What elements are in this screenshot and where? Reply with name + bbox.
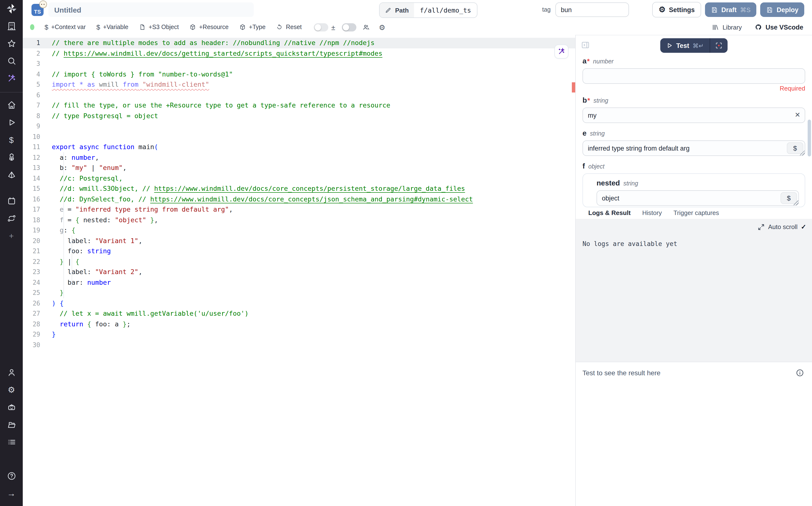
code-line[interactable]: 15 //d: wmill.S3Object, // https://www.w… [23,183,575,194]
add-type-button[interactable]: +Type [234,19,271,35]
code-line[interactable]: 7// fill the type, or use the +Resource … [23,100,575,111]
code-line[interactable]: 6 [23,90,575,100]
add-variable-button[interactable]: $ +Variable [91,19,133,35]
resize-grip[interactable] [800,151,805,155]
deploy-button-label: Deploy [777,6,798,13]
variables-dollar-icon[interactable]: $ [6,134,17,146]
search-icon[interactable] [6,55,17,67]
clear-icon[interactable]: ✕ [795,111,800,118]
reset-button[interactable]: Reset [271,19,307,35]
field-e-input[interactable] [582,141,805,156]
code-line[interactable]: 2// https://www.windmill.dev/docs/gettin… [23,48,575,59]
windmill-logo-icon[interactable] [6,3,17,14]
field-name: e [582,129,587,137]
draft-button-label: Draft [721,6,737,13]
schedules-calendar-icon[interactable] [6,195,17,207]
code-line[interactable]: 3 [23,59,575,69]
tab-history[interactable]: History [636,209,668,220]
field-a-input[interactable] [582,68,805,84]
panel-scrollbar-thumb[interactable] [808,119,811,156]
audit-list-icon[interactable] [6,436,17,448]
ai-wand-icon[interactable] [6,73,17,84]
code-line[interactable]: 11export async function main( [23,142,575,152]
autoscroll-control[interactable]: Auto scroll ✓ [758,223,806,231]
flows-route-icon[interactable] [6,213,17,224]
test-button[interactable]: Test ⌘↵ [660,38,710,53]
code-line[interactable]: 4// import { toWords } from "number-to-w… [23,69,575,79]
draft-button[interactable]: Draft ⌘S [705,2,756,17]
info-icon[interactable] [796,368,804,377]
save-icon [766,6,773,13]
user-account-icon[interactable] [6,366,17,378]
home-icon[interactable] [6,99,17,111]
code-line[interactable]: 29} [23,329,575,340]
triggers-prism-icon[interactable] [6,169,17,181]
line-number: 27 [23,309,52,319]
tag-input[interactable] [555,2,629,17]
line-number: 14 [23,173,52,183]
runs-play-icon[interactable] [6,117,17,128]
code-line[interactable]: 14 //c: Postgresql, [23,173,575,183]
code-line[interactable]: 13 b: "my" | "enum", [23,163,575,173]
code-line[interactable]: 12 a: number, [23,152,575,163]
code-line[interactable]: 22 } | { [23,256,575,267]
code-line[interactable]: 27 // let x = await wmill.getVariable('u… [23,309,575,319]
code-line[interactable]: 9 [23,121,575,132]
collapse-panel-button[interactable] [580,40,590,50]
ai-assistant-button[interactable] [554,45,568,59]
line-number: 12 [23,152,52,163]
editor-settings-gear-icon[interactable]: ⚙ [379,23,385,31]
field-b-input[interactable] [582,107,805,123]
workspace-icon[interactable] [6,20,17,32]
dollar-icon: $ [44,24,49,30]
toggle-knob [315,24,321,30]
code-line[interactable]: 23 label: "Variant 2", [23,267,575,277]
field-nested-input[interactable] [597,190,799,206]
resize-grip[interactable] [794,200,798,205]
resources-cubes-icon[interactable] [6,152,17,163]
help-icon[interactable] [6,470,17,482]
add-s3-object-button[interactable]: +S3 Object [133,19,184,35]
code-line[interactable]: 25 } [23,287,575,298]
code-line[interactable]: 16 //d: DynSelect_foo, // https://www.wi… [23,194,575,204]
code-line[interactable]: 19 g: { [23,225,575,236]
code-line[interactable]: 5import * as wmill from "windmill-client… [23,79,575,90]
workers-robot-icon[interactable] [6,401,17,413]
path-button[interactable]: Path f/all/demo_ts [379,2,477,18]
code-editor[interactable]: 1// there are multiple modes to add as h… [23,35,575,506]
field-name: f [582,162,585,170]
tab-logs-result[interactable]: Logs & Result [582,209,636,220]
script-title-input[interactable]: Untitled [49,2,254,17]
line-number: 28 [23,319,52,329]
code-line[interactable]: 20 label: "Variant 1", [23,236,575,246]
multiplayer-toggle[interactable] [342,23,357,31]
add-context-var-button[interactable]: $ +Context var [39,19,91,35]
diff-plus-minus-icon: ± [331,23,335,31]
library-button[interactable]: Library [712,23,742,31]
code-line[interactable]: 24 bar: number [23,277,575,287]
diff-mode-toggle[interactable] [314,23,328,31]
folders-icon[interactable] [6,419,17,430]
code-line[interactable]: 26) { [23,298,575,309]
field-type: object [588,163,605,170]
use-vscode-button[interactable]: Use VScode [754,23,803,31]
line-number: 5 [23,79,52,90]
expand-sidebar-arrow-icon[interactable]: → [6,488,17,499]
code-line[interactable]: 10 [23,132,575,142]
code-line[interactable]: 28 return { foo: a }; [23,319,575,329]
code-line[interactable]: 17 e = "inferred type string from defaul… [23,204,575,215]
code-line[interactable]: 8// type Postgresql = object [23,111,575,121]
add-resource-button[interactable]: +Resource [184,19,234,35]
code-line[interactable]: 30 [23,340,575,350]
settings-gear-icon[interactable]: ⚙ [6,384,17,396]
settings-button[interactable]: ⚙ Settings [652,2,701,17]
code-line[interactable]: 18 f = { nested: "object" }, [23,215,575,225]
test-capture-button[interactable] [710,38,727,53]
deploy-button[interactable]: Deploy [760,2,804,17]
code-line[interactable]: 21 foo: string [23,246,575,256]
code-line[interactable]: 1// there are multiple modes to add as h… [23,38,575,48]
tab-trigger-captures[interactable]: Trigger captures [668,209,725,220]
favorites-star-icon[interactable] [6,38,17,50]
add-plus-icon[interactable]: + [6,230,17,242]
line-number: 18 [23,215,52,225]
